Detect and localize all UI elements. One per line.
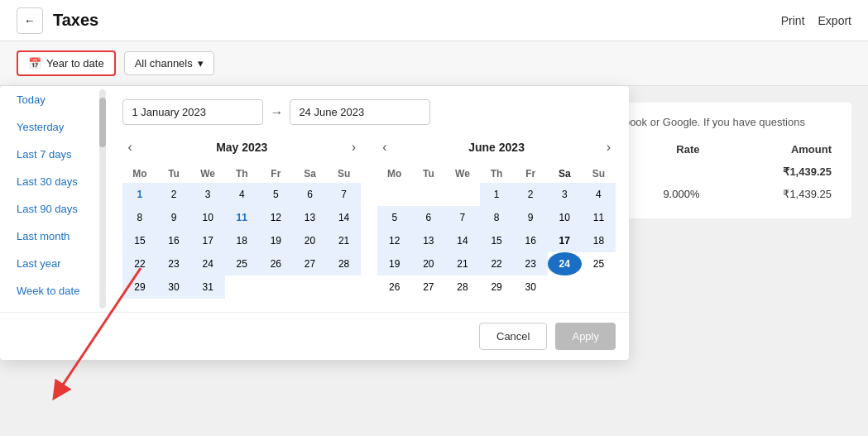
apply-button[interactable]: Apply <box>555 323 616 350</box>
back-button[interactable]: ← <box>17 7 43 34</box>
calendar-day[interactable]: 27 <box>293 252 327 275</box>
year-to-date-label: Year to date <box>46 57 104 69</box>
chevron-down-icon: ▾ <box>198 57 204 69</box>
calendar-day[interactable]: 13 <box>411 229 445 252</box>
calendar-day[interactable]: 20 <box>411 252 445 275</box>
calendar-day[interactable]: 11 <box>582 206 616 229</box>
calendar-day[interactable]: 19 <box>259 229 293 252</box>
calendar-day[interactable]: 1 <box>122 183 156 206</box>
calendar-day[interactable]: 21 <box>445 252 479 275</box>
right-cal-next[interactable]: › <box>602 138 616 156</box>
scrollbar-track[interactable] <box>99 89 106 309</box>
export-button[interactable]: Export <box>818 14 851 27</box>
cal-day-header: Mo <box>377 165 411 183</box>
end-date-input[interactable] <box>290 99 430 125</box>
quick-select-item[interactable]: Last 90 days <box>0 195 96 223</box>
calendar-day[interactable]: 16 <box>156 229 190 252</box>
calendar-day[interactable]: 5 <box>377 206 411 229</box>
cal-day-header: Fr <box>259 165 293 183</box>
calendar-day[interactable]: 18 <box>225 229 259 252</box>
amount-header: Amount <box>706 138 838 161</box>
calendar-day <box>225 275 259 299</box>
calendar-day[interactable]: 26 <box>377 275 411 299</box>
calendar-day[interactable]: 2 <box>156 183 190 206</box>
calendar-day[interactable]: 15 <box>122 229 156 252</box>
quick-select-item[interactable]: Last 30 days <box>0 168 96 195</box>
calendar-day[interactable]: 30 <box>514 275 548 299</box>
calendar-day[interactable]: 2 <box>514 183 548 206</box>
calendar-day[interactable]: 29 <box>480 275 514 299</box>
calendar-day[interactable]: 28 <box>327 252 361 275</box>
calendar-day[interactable]: 24 <box>191 252 225 275</box>
calendar-day[interactable]: 28 <box>445 275 479 299</box>
calendar-day[interactable]: 23 <box>514 252 548 275</box>
cal-day-header: Th <box>480 165 514 183</box>
calendar-day[interactable]: 18 <box>582 229 616 252</box>
calendar-day <box>377 183 411 206</box>
calendar-area: → ‹ May 2023 › MoTuWeThFrSaSu <box>109 86 629 312</box>
right-cal-prev[interactable]: ‹ <box>377 138 391 156</box>
calendar-day[interactable]: 23 <box>156 252 190 275</box>
cal-day-header: Fr <box>514 165 548 183</box>
calendar-day[interactable]: 8 <box>122 206 156 229</box>
calendar-day[interactable]: 21 <box>327 229 361 252</box>
calendar-day[interactable]: 4 <box>225 183 259 206</box>
calendar-day[interactable]: 11 <box>225 206 259 229</box>
calendar-day[interactable]: 12 <box>259 206 293 229</box>
quick-select-item[interactable]: Today <box>0 86 96 113</box>
calendar-day[interactable]: 17 <box>191 229 225 252</box>
page-title: Taxes <box>53 11 98 30</box>
cal-day-header: We <box>445 165 479 183</box>
calendar-day[interactable]: 24 <box>548 252 582 275</box>
year-to-date-button[interactable]: 📅 Year to date <box>17 50 116 76</box>
calendar-day[interactable]: 10 <box>548 206 582 229</box>
quick-select-item[interactable]: Week to date <box>0 277 96 304</box>
quick-select-item[interactable]: Last 7 days <box>0 141 96 168</box>
calendar-day[interactable]: 4 <box>582 183 616 206</box>
all-channels-button[interactable]: All channels ▾ <box>124 51 214 75</box>
quick-select-area: TodayYesterdayLast 7 daysLast 30 daysLas… <box>0 86 109 312</box>
calendar-day[interactable]: 7 <box>445 206 479 229</box>
calendar-day[interactable]: 13 <box>293 206 327 229</box>
cal-day-header: Su <box>327 165 361 183</box>
calendar-day[interactable]: 26 <box>259 252 293 275</box>
calendar-day[interactable]: 14 <box>445 229 479 252</box>
calendar-day[interactable]: 20 <box>293 229 327 252</box>
calendar-day[interactable]: 6 <box>411 206 445 229</box>
quick-select-item[interactable]: Last year <box>0 250 96 277</box>
quick-select-item[interactable]: Last month <box>0 223 96 250</box>
calendar-day[interactable]: 3 <box>548 183 582 206</box>
calendar-day[interactable]: 30 <box>156 275 190 299</box>
calendar-day[interactable]: 6 <box>293 183 327 206</box>
calendar-day[interactable]: 10 <box>191 206 225 229</box>
calendar-day[interactable]: 25 <box>582 252 616 275</box>
calendar-day[interactable]: 27 <box>411 275 445 299</box>
print-button[interactable]: Print <box>781 14 805 27</box>
calendar-day[interactable]: 29 <box>122 275 156 299</box>
calendar-day <box>548 275 582 299</box>
calendar-day[interactable]: 1 <box>480 183 514 206</box>
calendar-day[interactable]: 15 <box>480 229 514 252</box>
quick-select-item[interactable]: Yesterday <box>0 113 96 141</box>
start-date-input[interactable] <box>122 99 263 125</box>
calendar-day[interactable]: 22 <box>480 252 514 275</box>
calendar-day[interactable]: 31 <box>191 275 225 299</box>
left-cal-next[interactable]: › <box>347 138 361 156</box>
calendar-day[interactable]: 17 <box>548 229 582 252</box>
calendar-day[interactable]: 16 <box>514 229 548 252</box>
calendar-day[interactable]: 12 <box>377 229 411 252</box>
cal-day-header: Tu <box>411 165 445 183</box>
calendar-day[interactable]: 9 <box>514 206 548 229</box>
calendar-day[interactable]: 22 <box>122 252 156 275</box>
calendar-day[interactable]: 9 <box>156 206 190 229</box>
calendar-day[interactable]: 7 <box>327 183 361 206</box>
table-cell: ₹1,439.25 <box>706 161 838 183</box>
calendar-day[interactable]: 5 <box>259 183 293 206</box>
calendar-day[interactable]: 8 <box>480 206 514 229</box>
calendar-day[interactable]: 19 <box>377 252 411 275</box>
calendar-day[interactable]: 25 <box>225 252 259 275</box>
left-cal-prev[interactable]: ‹ <box>122 138 137 156</box>
cancel-button[interactable]: Cancel <box>479 323 547 350</box>
calendar-day[interactable]: 3 <box>191 183 225 206</box>
calendar-day[interactable]: 14 <box>327 206 361 229</box>
